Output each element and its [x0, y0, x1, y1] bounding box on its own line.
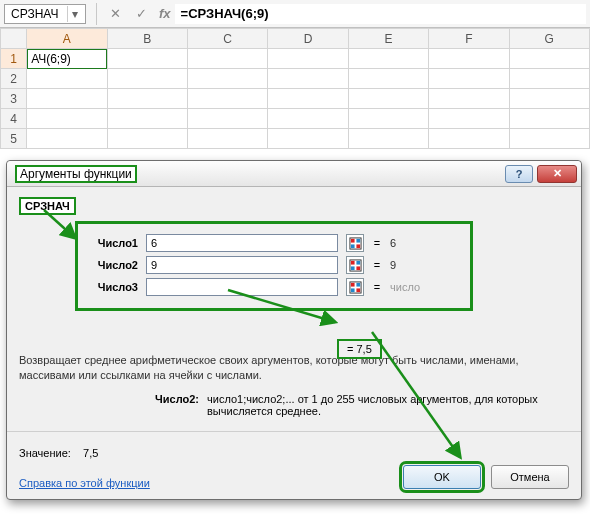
argument-help-text: число1;число2;... от 1 до 255 числовых а…: [207, 393, 569, 417]
col-header-A[interactable]: A: [27, 29, 107, 49]
formula-bar-icons: ✕ ✓ fx: [107, 6, 171, 22]
separator: [96, 3, 97, 25]
row-header-5[interactable]: 5: [1, 129, 27, 149]
cell[interactable]: [187, 69, 267, 89]
svg-rect-6: [350, 260, 354, 264]
cell[interactable]: [27, 109, 107, 129]
cancel-formula-icon[interactable]: ✕: [107, 6, 123, 22]
footer-left: Значение: 7,5 Справка по этой функции: [19, 447, 150, 489]
arg3-ref-button[interactable]: [346, 278, 364, 296]
cell[interactable]: [348, 109, 428, 129]
cell[interactable]: [429, 109, 509, 129]
arg-row-2: Число2 9 = 9: [86, 256, 462, 274]
argument-help-label: Число2:: [19, 393, 207, 417]
cell-G1[interactable]: [509, 49, 589, 69]
cell[interactable]: [268, 109, 348, 129]
cell[interactable]: [429, 129, 509, 149]
cell[interactable]: [107, 129, 187, 149]
result-label: Значение:: [19, 447, 71, 459]
close-button[interactable]: ✕: [537, 165, 577, 183]
ok-button[interactable]: OK: [403, 465, 481, 489]
function-description: Возвращает среднее арифметическое своих …: [19, 353, 569, 383]
cell[interactable]: [348, 89, 428, 109]
col-header-G[interactable]: G: [509, 29, 589, 49]
row-header-3[interactable]: 3: [1, 89, 27, 109]
cell[interactable]: [27, 89, 107, 109]
dialog-title: Аргументы функции: [15, 165, 137, 183]
result-row: Значение: 7,5: [19, 447, 150, 459]
arg-row-3: Число3 = число: [86, 278, 462, 296]
arg1-result: 6: [390, 237, 396, 249]
svg-rect-1: [350, 238, 354, 242]
cell[interactable]: [187, 129, 267, 149]
cell[interactable]: [429, 69, 509, 89]
spreadsheet-grid[interactable]: A B C D E F G 1 АЧ(6;9) 2 3 4 5: [0, 28, 590, 149]
row-header-2[interactable]: 2: [1, 69, 27, 89]
cell[interactable]: [509, 129, 589, 149]
cell[interactable]: [268, 129, 348, 149]
cell[interactable]: [268, 89, 348, 109]
cell[interactable]: [348, 129, 428, 149]
col-header-E[interactable]: E: [348, 29, 428, 49]
arg2-result: 9: [390, 259, 396, 271]
cell-D1[interactable]: [268, 49, 348, 69]
cancel-button[interactable]: Отмена: [491, 465, 569, 489]
row-header-4[interactable]: 4: [1, 109, 27, 129]
cell[interactable]: [187, 89, 267, 109]
col-header-D[interactable]: D: [268, 29, 348, 49]
accept-formula-icon[interactable]: ✓: [133, 6, 149, 22]
function-help-link[interactable]: Справка по этой функции: [19, 477, 150, 489]
cell[interactable]: [348, 69, 428, 89]
dialog-titlebar[interactable]: Аргументы функции ? ✕: [7, 161, 581, 187]
cell[interactable]: [27, 129, 107, 149]
dialog-footer: Значение: 7,5 Справка по этой функции OK…: [19, 447, 569, 489]
select-all-corner[interactable]: [1, 29, 27, 49]
cell[interactable]: [27, 69, 107, 89]
svg-rect-14: [356, 288, 360, 292]
arg3-input[interactable]: [146, 278, 338, 296]
cell[interactable]: [187, 109, 267, 129]
row-header-1[interactable]: 1: [1, 49, 27, 69]
arg-row-1: Число1 6 = 6: [86, 234, 462, 252]
cell-C1[interactable]: [187, 49, 267, 69]
cell[interactable]: [509, 69, 589, 89]
cell-B1[interactable]: [107, 49, 187, 69]
dialog-buttons: OK Отмена: [403, 465, 569, 489]
cell-F1[interactable]: [429, 49, 509, 69]
equals-icon: =: [372, 237, 382, 249]
name-box[interactable]: СРЗНАЧ ▾: [4, 4, 86, 24]
arg1-ref-button[interactable]: [346, 234, 364, 252]
svg-rect-9: [356, 266, 360, 270]
cell-A1[interactable]: АЧ(6;9): [27, 49, 107, 69]
cell[interactable]: [107, 69, 187, 89]
cell[interactable]: [509, 109, 589, 129]
name-box-dropdown-icon[interactable]: ▾: [67, 6, 81, 22]
cell[interactable]: [268, 69, 348, 89]
arg3-label: Число3: [86, 281, 138, 293]
cell[interactable]: [107, 89, 187, 109]
result-value: 7,5: [83, 447, 98, 459]
svg-rect-12: [356, 282, 360, 286]
cell[interactable]: [107, 109, 187, 129]
formula-bar: СРЗНАЧ ▾ ✕ ✓ fx =СРЗНАЧ(6;9): [0, 0, 590, 28]
fx-icon[interactable]: fx: [159, 6, 171, 21]
formula-input[interactable]: =СРЗНАЧ(6;9): [175, 4, 586, 24]
equals-icon: =: [372, 259, 382, 271]
arg2-ref-button[interactable]: [346, 256, 364, 274]
col-header-F[interactable]: F: [429, 29, 509, 49]
cell[interactable]: [509, 89, 589, 109]
col-header-C[interactable]: C: [187, 29, 267, 49]
svg-rect-3: [350, 244, 354, 248]
function-name: СРЗНАЧ: [19, 197, 76, 215]
cell-E1[interactable]: [348, 49, 428, 69]
name-box-value: СРЗНАЧ: [11, 7, 58, 21]
arg1-input[interactable]: 6: [146, 234, 338, 252]
svg-rect-4: [356, 244, 360, 248]
svg-rect-11: [350, 282, 354, 286]
cell[interactable]: [429, 89, 509, 109]
col-header-B[interactable]: B: [107, 29, 187, 49]
help-button[interactable]: ?: [505, 165, 533, 183]
svg-rect-2: [356, 238, 360, 242]
arg2-input[interactable]: 9: [146, 256, 338, 274]
dialog-body: СРЗНАЧ Число1 6 = 6 Число2 9 = 9 Число3 …: [7, 187, 581, 499]
